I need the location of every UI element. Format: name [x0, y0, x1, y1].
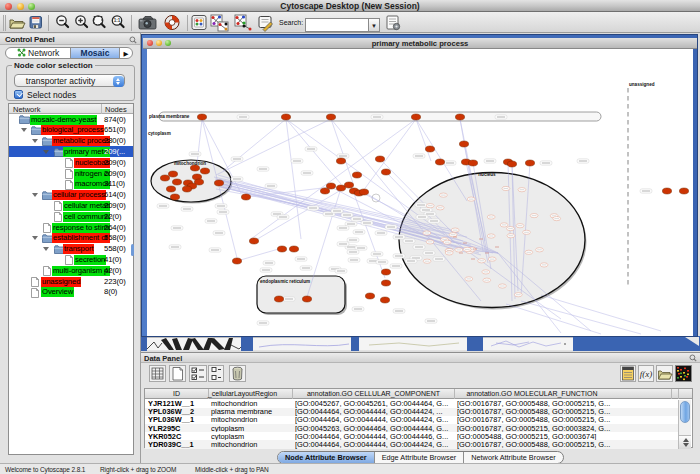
svg-text:1:1: 1:1	[114, 18, 121, 23]
svg-text:cytoplasm: cytoplasm	[148, 131, 171, 136]
svg-text:endoplasmic reticulum: endoplasmic reticulum	[260, 279, 310, 284]
svg-text:Search:: Search:	[279, 19, 303, 26]
svg-text:nucleus: nucleus	[478, 172, 496, 177]
svg-text:mitochondrion: mitochondrion	[174, 161, 206, 166]
svg-text:plasma membrane: plasma membrane	[149, 114, 190, 119]
svg-text:f(x): f(x)	[640, 369, 653, 379]
svg-text:unassigned: unassigned	[629, 82, 655, 87]
